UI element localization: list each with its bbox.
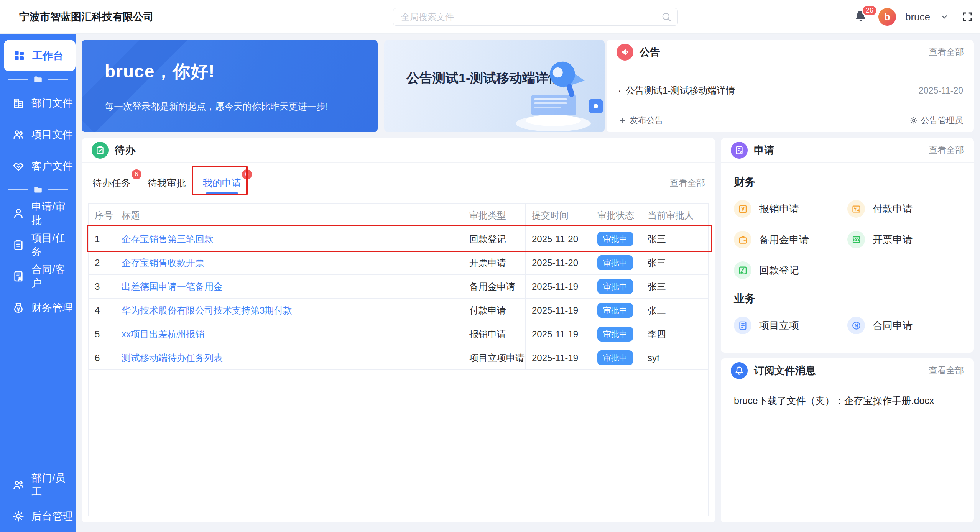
cell-no: 5 bbox=[89, 322, 115, 346]
cell-type: 报销申请 bbox=[463, 322, 525, 346]
chevron-down-icon[interactable] bbox=[939, 12, 949, 22]
sidebar-section-divider bbox=[0, 182, 76, 198]
status-badge[interactable]: 审批中 bbox=[597, 279, 633, 294]
apply-item-label: 备用金申请 bbox=[759, 233, 809, 246]
todo-tabs: 待办任务6待我审批我的申请6查看全部 bbox=[82, 163, 715, 203]
users-icon bbox=[12, 479, 25, 491]
apply-item-invoice[interactable]: 开票申请 bbox=[847, 231, 961, 248]
publish-notice-button[interactable]: 发布公告 bbox=[618, 115, 663, 126]
apply-panel-title: 申请 bbox=[754, 143, 774, 157]
apply-body: 财务报销申请付款申请备用金申请开票申请回款登记业务项目立项合同申请 bbox=[721, 175, 974, 334]
sidebar: 工作台部门文件项目文件客户文件申请/审批项目/任务合同/客户财务管理 部门/员工… bbox=[0, 34, 76, 532]
tab-count-badge: 6 bbox=[241, 169, 253, 180]
search-input[interactable] bbox=[393, 8, 678, 26]
notice-view-all[interactable]: 查看全部 bbox=[929, 46, 964, 58]
tab-my-applications[interactable]: 我的申请6 bbox=[202, 163, 242, 203]
status-badge[interactable]: 审批中 bbox=[597, 232, 633, 246]
apply-item-label: 合同申请 bbox=[873, 319, 913, 332]
table-header-cell: 当前审批人 bbox=[641, 204, 708, 227]
row-title-link[interactable]: 企存宝销售第三笔回款 bbox=[122, 233, 214, 245]
notice-admin-button[interactable]: 公告管理员 bbox=[909, 115, 963, 126]
row-title-link[interactable]: 测试移动端待办任务列表 bbox=[122, 352, 223, 364]
status-badge[interactable]: 审批中 bbox=[597, 255, 633, 270]
sidebar-item-label: 项目文件 bbox=[31, 128, 73, 141]
grid-icon bbox=[13, 49, 25, 62]
apply-item-contract-apply[interactable]: 合同申请 bbox=[847, 317, 961, 334]
cell-date: 2025-11-20 bbox=[525, 251, 591, 274]
team-icon bbox=[12, 128, 25, 141]
apply-view-all[interactable]: 查看全部 bbox=[929, 144, 964, 156]
subscribe-message: bruce下载了文件（夹）：企存宝操作手册.docx bbox=[721, 383, 974, 407]
sidebar-item-contract-customer[interactable]: 合同/客户 bbox=[0, 261, 76, 292]
username[interactable]: bruce bbox=[905, 11, 930, 23]
sidebar-item-dept-files[interactable]: 部门文件 bbox=[0, 87, 76, 119]
sidebar-item-label: 项目/任务 bbox=[31, 231, 76, 259]
cell-no: 4 bbox=[89, 299, 115, 322]
topbar-right: 26 b bruce bbox=[854, 0, 973, 34]
avatar[interactable]: b bbox=[878, 8, 896, 26]
notice-panel-title: 公告 bbox=[640, 45, 660, 59]
notification-count-badge: 26 bbox=[862, 5, 878, 16]
todo-panel: 待办 待办任务6待我审批我的申请6查看全部 序号标题审批类型提交时间审批状态当前… bbox=[82, 138, 715, 522]
clipboard-icon bbox=[12, 239, 25, 251]
sidebar-item-workbench[interactable]: 工作台 bbox=[4, 40, 76, 71]
company-name: 宁波市智蓝图汇科技有限公司 bbox=[19, 0, 154, 34]
megaphone-illustration bbox=[507, 50, 603, 132]
row-title-link[interactable]: 出差德国申请一笔备用金 bbox=[122, 281, 223, 293]
notification-bell-icon[interactable]: 26 bbox=[854, 9, 869, 25]
notice-item-text[interactable]: 公告测试1-测试移动端详情 bbox=[626, 84, 735, 97]
subscribe-view-all[interactable]: 查看全部 bbox=[929, 365, 964, 376]
status-badge[interactable]: 审批中 bbox=[597, 350, 633, 365]
sidebar-item-customer-files[interactable]: 客户文件 bbox=[0, 150, 76, 182]
sidebar-item-dept-staff[interactable]: 部门/员工 bbox=[0, 469, 76, 501]
sidebar-item-label: 工作台 bbox=[32, 49, 63, 62]
sidebar-item-label: 部门文件 bbox=[31, 96, 73, 110]
sidebar-item-project-files[interactable]: 项目文件 bbox=[0, 119, 76, 150]
apply-item-petty-cash[interactable]: 备用金申请 bbox=[734, 231, 847, 248]
sidebar-item-admin[interactable]: 后台管理 bbox=[0, 501, 76, 532]
apply-grid-business: 项目立项合同申请 bbox=[734, 317, 961, 334]
table-header-cell: 序号 bbox=[89, 204, 115, 227]
apply-item-expense[interactable]: 报销申请 bbox=[734, 200, 847, 218]
sidebar-item-apply-approve[interactable]: 申请/审批 bbox=[0, 198, 76, 229]
contract-icon bbox=[12, 270, 25, 282]
fullscreen-icon[interactable] bbox=[962, 11, 973, 23]
cell-approver: syf bbox=[641, 346, 708, 369]
announcement-card[interactable]: 公告测试1-测试移动端详情 bbox=[384, 40, 605, 132]
apply-item-collection[interactable]: 回款登记 bbox=[734, 261, 847, 279]
apply-section-finance: 财务 bbox=[734, 175, 961, 189]
subscribe-panel: 订阅文件消息 查看全部 bruce下载了文件（夹）：企存宝操作手册.docx bbox=[721, 358, 974, 522]
wallet-icon bbox=[734, 231, 751, 248]
cell-approver: 张三 bbox=[641, 251, 708, 274]
cell-type: 付款申请 bbox=[463, 299, 525, 322]
sidebar-item-finance-mgmt[interactable]: 财务管理 bbox=[0, 292, 76, 323]
todo-table: 序号标题审批类型提交时间审批状态当前审批人1企存宝销售第三笔回款回款登记2025… bbox=[88, 203, 709, 516]
row-title-link[interactable]: 企存宝销售收款开票 bbox=[122, 257, 204, 269]
status-badge[interactable]: 审批中 bbox=[597, 303, 633, 318]
sidebar-item-label: 申请/审批 bbox=[31, 200, 76, 227]
apply-section-business: 业务 bbox=[734, 291, 961, 306]
tab-todo-tasks[interactable]: 待办任务6 bbox=[92, 163, 132, 203]
handshake-icon bbox=[12, 160, 25, 172]
apply-item-label: 回款登记 bbox=[759, 264, 799, 277]
apply-item-project-initiation[interactable]: 项目立项 bbox=[734, 317, 847, 334]
sidebar-item-project-task[interactable]: 项目/任务 bbox=[0, 229, 76, 261]
apply-item-payment[interactable]: 付款申请 bbox=[847, 200, 961, 218]
user-icon bbox=[12, 207, 25, 220]
workbench-page: 宁波市智蓝图汇科技有限公司 26 b bruce 工作台部门文件项目文件客户文件… bbox=[0, 0, 980, 532]
cell-approver: 张三 bbox=[641, 299, 708, 322]
bullet-dot bbox=[618, 85, 626, 96]
cell-status: 审批中 bbox=[591, 322, 641, 346]
status-badge[interactable]: 审批中 bbox=[597, 327, 633, 342]
cell-title: 企存宝销售第三笔回款 bbox=[115, 227, 463, 251]
row-title-link[interactable]: xx项目出差杭州报销 bbox=[122, 328, 204, 340]
bell-icon bbox=[731, 362, 748, 379]
cell-no: 1 bbox=[89, 227, 115, 251]
todo-view-all[interactable]: 查看全部 bbox=[670, 177, 705, 189]
global-search bbox=[393, 8, 678, 26]
search-icon[interactable] bbox=[661, 11, 672, 22]
row-title-link[interactable]: 华为技术股份有限公司技术支持第3期付款 bbox=[122, 304, 292, 317]
card-out-icon bbox=[847, 200, 865, 218]
cell-status: 审批中 bbox=[591, 299, 641, 322]
tab-await-my-approval[interactable]: 待我审批 bbox=[147, 163, 187, 203]
